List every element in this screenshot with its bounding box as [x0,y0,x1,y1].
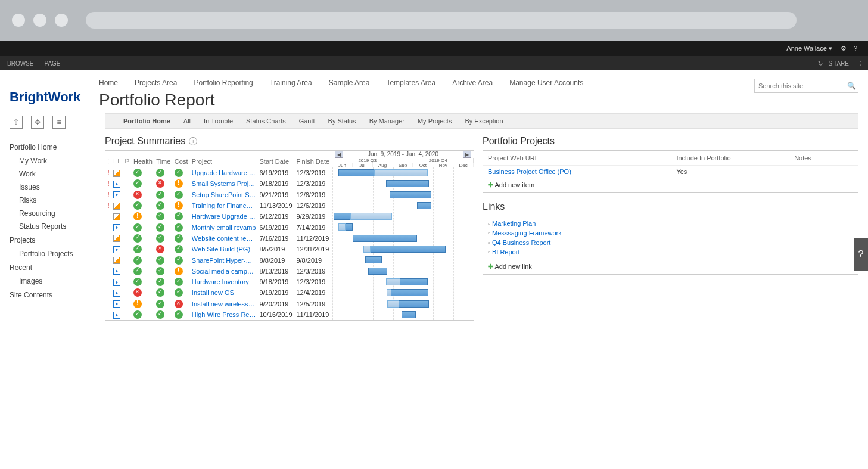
project-name[interactable]: Monthly email revamp [190,222,258,232]
col-finish[interactable]: Finish Date [294,151,332,167]
info-icon[interactable]: i [189,137,197,145]
col-project-url[interactable]: Project Web URL [488,154,676,161]
table-row[interactable]: Social media campaign8/13/201912/3/2019 [105,266,332,277]
project-name[interactable]: Setup SharePoint Serve... [190,190,258,200]
upload-icon[interactable]: ⇧ [10,116,23,129]
ribbon-page[interactable]: PAGE [44,60,60,67]
sidenav-grp[interactable]: Projects [10,233,99,247]
gantt-bar[interactable] [402,311,416,318]
project-name[interactable]: Website content review [190,233,258,244]
project-name[interactable]: Install new wireless net... [190,299,258,309]
gantt-bar[interactable] [368,268,387,275]
tab-item[interactable]: My Projects [418,116,452,126]
project-name[interactable]: Hardware Upgrade Glo... [190,211,258,222]
project-name[interactable]: Upgrade Hardware for... [190,167,258,178]
logo[interactable]: BrightWork [10,79,99,105]
tab-item[interactable]: Gantt [299,116,315,126]
window-dot[interactable] [33,14,46,27]
sidenav-itm[interactable]: Images [10,275,99,288]
project-name[interactable]: Small Systems Projects [190,178,258,189]
link-item[interactable]: Messsaging Framework [483,228,858,238]
topnav-item[interactable]: Portfolio Reporting [194,79,253,87]
add-new-item[interactable]: ✚ Add new item [483,178,858,192]
table-row[interactable]: !Small Systems Projects9/18/201912/3/201… [105,178,332,189]
address-bar[interactable] [86,12,797,29]
sidenav-itm[interactable]: Portfolio Projects [10,247,99,260]
help-icon[interactable]: ? [850,45,861,52]
tab-item[interactable]: Status Charts [246,116,286,126]
add-new-link[interactable]: ✚ Add new link [483,259,858,274]
table-row[interactable]: !Upgrade Hardware for...6/19/201912/3/20… [105,167,332,178]
col-type[interactable]: ⚐ [122,151,132,167]
link-item[interactable]: Q4 Business Report [483,238,858,247]
sync-icon[interactable]: ↻ [818,60,823,67]
col-include[interactable]: Include In Portfolio [676,154,794,161]
project-name[interactable]: Web Site Build (PG) [190,244,258,254]
gantt-bar[interactable] [387,289,428,296]
gear-icon[interactable]: ⚙ [837,45,850,52]
table-row[interactable]: Monthly email revamp6/19/20197/14/2019 [105,222,332,232]
gantt-prev-icon[interactable]: ◀ [335,151,343,158]
col-time[interactable]: Time [154,151,172,167]
col-flag[interactable]: ! [105,151,111,167]
project-name[interactable]: SharePoint Hyper-V De... [190,254,258,265]
tab-item[interactable]: In Trouble [204,116,233,126]
search-icon[interactable]: 🔍 [845,79,858,92]
link-item[interactable]: BI Report [483,247,858,257]
table-row[interactable]: High Wire Press Releas...10/16/201911/11… [105,309,332,320]
sidenav-itm[interactable]: Risks [10,194,99,207]
col-checkbox[interactable]: ☐ [111,151,122,167]
table-row[interactable]: SharePoint Hyper-V De...8/8/20199/8/2019 [105,254,332,265]
search-input[interactable] [755,79,845,92]
table-row[interactable]: Website content review7/16/201911/12/201… [105,233,332,244]
project-name[interactable]: High Wire Press Releas... [190,309,258,320]
col-cost[interactable]: Cost [173,151,190,167]
sidenav-grp[interactable]: Site Contents [10,288,99,302]
tab-item[interactable]: Portfolio Home [123,116,170,126]
topnav-item[interactable]: Archive Area [452,79,493,87]
topnav-item[interactable]: Projects Area [135,79,177,87]
sidenav-itm[interactable]: Work [10,167,99,181]
help-side-tab[interactable]: ? [854,238,868,271]
share-button[interactable]: SHARE [829,60,849,67]
sidenav-itm[interactable]: Issues [10,181,99,194]
ribbon-browse[interactable]: BROWSE [7,60,33,67]
col-project[interactable]: Project [190,151,258,167]
topnav-item[interactable]: Home [99,79,118,87]
project-name[interactable]: Training for Finance De... [190,200,258,211]
list-icon[interactable]: ≡ [52,116,66,129]
table-row[interactable]: Hardware Upgrade Glo...6/12/20199/29/201… [105,211,332,222]
gantt-bar[interactable] [386,180,429,187]
window-dot[interactable] [55,14,68,27]
sidenav-itm[interactable]: Resourcing [10,207,99,220]
table-row[interactable]: !Training for Finance De...11/13/201912/… [105,200,332,211]
link-item[interactable]: Marketing Plan [483,219,858,228]
project-name[interactable]: Hardware Inventory [190,277,258,287]
tab-item[interactable]: All [183,116,191,126]
project-name[interactable]: Install new OS [190,287,258,298]
sidenav-grp[interactable]: Recent [10,260,99,275]
user-menu[interactable]: Anne Wallace ▾ [782,45,837,52]
focus-icon[interactable]: ⛶ [855,60,861,67]
move-icon[interactable]: ✥ [31,116,44,129]
gantt-bar[interactable] [365,256,382,263]
table-row[interactable]: !Setup SharePoint Serve...9/21/201912/6/… [105,190,332,200]
tab-item[interactable]: By Exception [465,116,503,126]
tab-item[interactable]: By Manager [369,116,405,126]
gantt-next-icon[interactable]: ▶ [463,151,471,158]
col-notes[interactable]: Notes [794,154,853,161]
table-row[interactable]: Hardware Inventory9/18/201912/3/2019 [105,277,332,287]
topnav-item[interactable]: Training Area [270,79,312,87]
project-url-link[interactable]: Business Project Office (PO) [488,168,676,175]
project-name[interactable]: Social media campaign [190,266,258,277]
sidenav-itm[interactable]: My Work [10,154,99,167]
gantt-bar[interactable] [390,191,431,198]
gantt-bar[interactable] [363,246,446,253]
table-row[interactable]: Install new wireless net...9/20/201912/5… [105,299,332,309]
sidenav-itm[interactable]: Status Reports [10,220,99,233]
col-start[interactable]: Start Date [257,151,294,167]
sidenav-grp[interactable]: Portfolio Home [10,140,99,154]
window-dot[interactable] [12,14,25,27]
col-health[interactable]: Health [132,151,154,167]
tab-item[interactable]: By Status [328,116,356,126]
